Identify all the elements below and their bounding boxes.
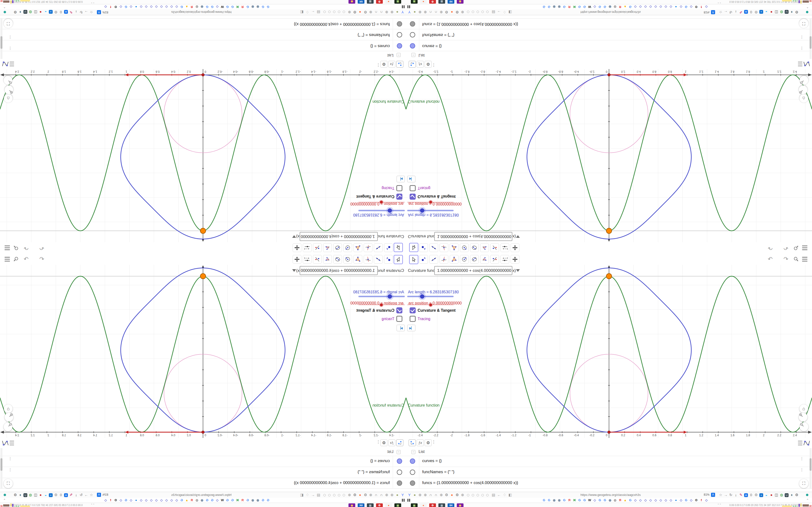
icon-◇[interactable]: ◇ — [119, 5, 123, 9]
graph-canvas[interactable]: -2.4-2.2-2-1.8-1.6-1.4-1.2-1-0.8-0.6-0.4… — [0, 69, 406, 242]
icon-◉[interactable]: ◉ — [251, 5, 255, 9]
icon-◇[interactable]: ◇ — [174, 498, 179, 502]
icon-●[interactable]: ● — [769, 493, 774, 497]
icon-+[interactable]: + — [48, 493, 53, 497]
icon-G[interactable]: G — [562, 498, 566, 502]
tool-polygon-button[interactable] — [354, 243, 362, 252]
tool-circle-button[interactable] — [460, 243, 469, 252]
icon-W[interactable]: W — [220, 5, 224, 9]
visibility-toggle[interactable] — [410, 43, 415, 49]
icon-G[interactable]: G — [547, 498, 551, 502]
icon-U[interactable]: U — [23, 10, 28, 14]
icon-⚙[interactable]: ⚙ — [114, 5, 118, 9]
icon-⚙[interactable]: ⚙ — [455, 493, 460, 497]
page-zoom-indicator[interactable]: 81% — [102, 493, 108, 496]
icon-⊕[interactable]: ⊕ — [368, 493, 373, 497]
tool-point-button[interactable]: A — [384, 243, 393, 252]
tool-polygon-button[interactable] — [354, 255, 362, 264]
visibility-toggle[interactable] — [397, 469, 402, 475]
translate-icon[interactable]: A — [97, 10, 101, 14]
tool-ellipse-button[interactable] — [333, 243, 342, 252]
icon-▦[interactable]: ▦ — [439, 0, 445, 4]
icon-G[interactable]: G — [598, 498, 602, 502]
icon-▲[interactable]: ▲ — [623, 5, 627, 9]
icon-↓[interactable]: ↓ — [74, 493, 79, 497]
icon-⊕[interactable]: ⊕ — [390, 10, 394, 14]
icon-←[interactable]: ← — [497, 493, 501, 497]
icon-⊕[interactable]: ⊕ — [384, 493, 389, 497]
fullscreen-button[interactable]: ⛶ — [799, 479, 808, 488]
icon-◫[interactable]: ◫ — [33, 10, 38, 14]
tool-polygon-button[interactable] — [450, 255, 458, 264]
icon-⊕[interactable]: ⊕ — [418, 493, 422, 497]
arc-position-point[interactable] — [202, 431, 204, 433]
icon-⚙[interactable]: ⚙ — [429, 503, 436, 507]
graph-canvas[interactable]: -2.4-2.2-2-1.8-1.6-1.4-1.2-1-0.8-0.6-0.4… — [406, 69, 812, 242]
icon-→[interactable]: → — [723, 10, 728, 14]
icon-●[interactable]: ● — [450, 10, 454, 14]
icon-∩[interactable]: ∩ — [373, 10, 378, 14]
icon-Я[interactable]: Я — [618, 498, 622, 502]
icon-64[interactable]: 64 — [358, 503, 364, 507]
sidebar-status-icon[interactable] — [4, 11, 6, 13]
icon-⊕[interactable]: ⊕ — [460, 10, 465, 14]
icon-◉[interactable]: ◉ — [349, 503, 355, 507]
icon-●[interactable]: ● — [395, 10, 400, 14]
icon-◇[interactable]: ◇ — [164, 498, 169, 502]
icon-◇[interactable]: ◇ — [215, 498, 219, 502]
main-menu-button[interactable] — [801, 244, 809, 252]
arc-length-slider-knob[interactable] — [420, 208, 424, 213]
icon-◇[interactable]: ◇ — [679, 5, 683, 9]
stylebar-more-button[interactable]: ⋮ — [432, 62, 436, 68]
undo-button[interactable]: ↶ — [766, 244, 774, 252]
icon-♢[interactable]: ♢ — [502, 493, 507, 497]
icon-⊕[interactable]: ⊕ — [423, 10, 428, 14]
icon-☆[interactable]: ☆ — [718, 10, 723, 14]
curve-point[interactable] — [606, 228, 612, 233]
icon-●[interactable]: ● — [412, 10, 417, 14]
icon-⚙[interactable]: ⚙ — [694, 5, 698, 9]
algebra-row-curves[interactable]: curves = {} ⋮ — [0, 40, 406, 51]
icon-▣[interactable]: ▣ — [394, 0, 401, 4]
icon-Я[interactable]: Я — [241, 498, 245, 502]
tool-move-graphics-button[interactable] — [293, 243, 301, 252]
icon-⊕[interactable]: ⊕ — [418, 10, 422, 14]
icon-▤[interactable]: ▤ — [316, 493, 321, 497]
tool-reflect-button[interactable] — [313, 243, 322, 252]
icon-⚙[interactable]: ⚙ — [363, 493, 368, 497]
icon-G[interactable]: G — [628, 5, 632, 9]
icon-⚙[interactable]: ⚙ — [114, 498, 118, 502]
arc-length-slider[interactable] — [407, 296, 454, 297]
fullscreen-button[interactable]: ⛶ — [4, 479, 13, 488]
function-style-button[interactable]: ƒx — [417, 61, 424, 68]
settings-button[interactable]: ⚙ — [380, 61, 388, 68]
icon-◇[interactable]: ◇ — [144, 498, 148, 502]
icon-64[interactable]: 64 — [448, 0, 454, 4]
icon-◒[interactable]: ◒ — [43, 493, 48, 497]
tool-slider-button[interactable]: a = 2 — [501, 255, 509, 264]
icon-⚙[interactable]: ⚙ — [53, 493, 58, 497]
icon-↻[interactable]: ↻ — [79, 10, 84, 14]
visibility-toggle[interactable] — [410, 21, 415, 26]
icon-f[interactable]: f — [699, 498, 704, 502]
scrollbar-thumb[interactable] — [810, 36, 812, 49]
function-dropdown-input[interactable]: 1.000000000000 + cos(4.000000000000 x) — [300, 232, 378, 241]
icon-⚙[interactable]: ⚙ — [376, 503, 383, 507]
icon-◇[interactable]: ◇ — [593, 5, 597, 9]
arc-position-slider-knob[interactable] — [380, 201, 383, 204]
icon-◒[interactable]: ◒ — [764, 493, 769, 497]
zoom-in-button[interactable] — [799, 413, 807, 421]
redo-button[interactable]: ↷ — [22, 255, 30, 263]
tool-reflect-button[interactable] — [490, 255, 499, 264]
icon-G[interactable]: G — [261, 498, 265, 502]
arc-position-point[interactable] — [202, 74, 204, 76]
icon-▤[interactable]: ▤ — [316, 10, 321, 14]
tab-scroll-caret-icon[interactable]: ⌃ — [806, 5, 809, 9]
icon-⊕[interactable]: ⊕ — [439, 10, 444, 14]
icon-↻[interactable]: ↻ — [79, 493, 84, 497]
icon-G[interactable]: G — [542, 5, 546, 9]
icon-◇[interactable]: ◇ — [159, 5, 164, 9]
tool-move-graphics-button[interactable] — [511, 255, 519, 264]
icon-▣[interactable]: ▣ — [411, 0, 418, 4]
icon-◇[interactable]: ◇ — [648, 5, 653, 9]
